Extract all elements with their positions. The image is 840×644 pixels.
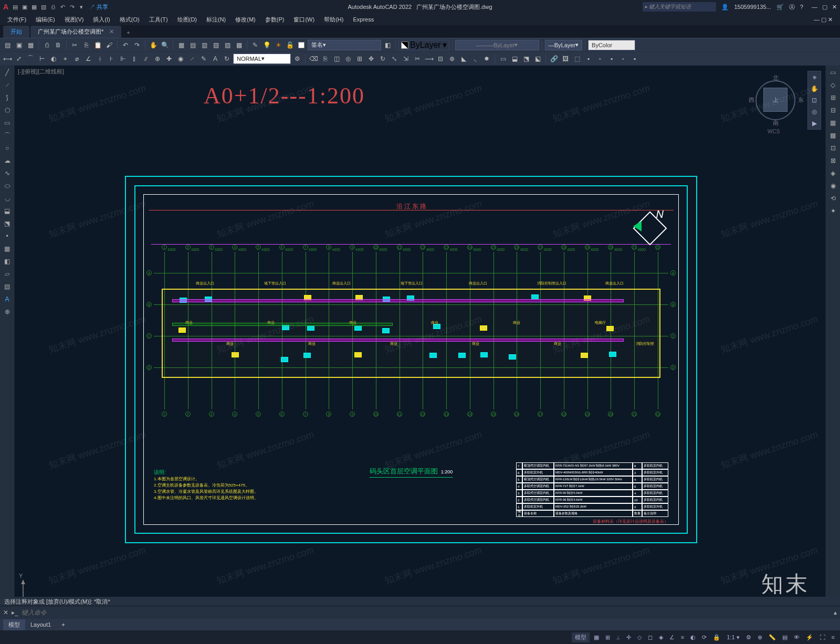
dim-angular-icon[interactable]: ∠ [83, 54, 93, 64]
pline-icon[interactable]: ⟆ [2, 93, 13, 102]
menu-parametric[interactable]: 参数(P) [261, 15, 289, 25]
app-logo[interactable]: A [3, 3, 8, 11]
nav-zoomext-icon[interactable]: ⊡ [812, 97, 817, 104]
tab-start[interactable]: 开始 [3, 26, 29, 38]
status-model[interactable]: 模型 [572, 632, 590, 642]
m9-icon[interactable]: ◈ [827, 168, 839, 178]
mtext-icon[interactable]: A [2, 294, 13, 304]
quickcalc-icon[interactable]: ▩ [234, 40, 244, 50]
m3-icon[interactable]: ⊞ [827, 93, 839, 102]
units-icon[interactable]: 📏 [766, 633, 778, 642]
inspect-icon[interactable]: ◉ [175, 54, 186, 64]
share-button[interactable]: ↗ 共享 [89, 3, 108, 11]
open-dwg-icon[interactable]: ▣ [14, 40, 24, 50]
plot-icon[interactable]: ⎙ [41, 40, 52, 50]
close-icon[interactable]: ✕ [832, 4, 837, 10]
customize-icon[interactable]: ≡ [830, 633, 837, 641]
revcloud-icon[interactable]: ☁ [2, 156, 13, 165]
addsel-icon[interactable]: ⊕ [2, 307, 13, 316]
image-icon[interactable]: 🖼 [560, 54, 571, 64]
dim-edit-icon[interactable]: ✎ [198, 54, 209, 64]
lineweight-combo[interactable]: — ByLayer ▾ [545, 40, 582, 50]
etc4-icon[interactable]: ▫ [618, 54, 628, 64]
cycling-icon[interactable]: ⟳ [700, 633, 709, 642]
toolpalette-icon[interactable]: ▥ [199, 40, 209, 50]
polar-icon[interactable]: ✢ [624, 633, 633, 642]
match-icon[interactable]: 🖌 [104, 40, 114, 50]
etc5-icon[interactable]: ▪ [629, 54, 640, 64]
extend-icon[interactable]: ⟶ [424, 54, 434, 64]
viewport-label[interactable]: [-][俯视][二维线框] [18, 68, 64, 76]
dim-baseline-icon[interactable]: ⊦ [106, 54, 117, 64]
new-dwg-icon[interactable]: ▤ [2, 40, 13, 50]
dim-jog-icon[interactable]: ⌖ [60, 54, 70, 64]
open-icon[interactable]: ▣ [21, 3, 28, 10]
dim-break-icon[interactable]: ⫽ [141, 54, 151, 64]
ortho-icon[interactable]: ⟂ [614, 633, 622, 641]
tab-new-icon[interactable]: + [122, 27, 134, 38]
line-icon[interactable]: ╱ [2, 68, 13, 77]
cart-icon[interactable]: 🛒 [776, 4, 784, 10]
break-icon[interactable]: ⊟ [435, 54, 446, 64]
polygon-icon[interactable]: ⬠ [2, 105, 13, 115]
menu-insert[interactable]: 插入(I) [89, 15, 114, 25]
user-label[interactable]: 1505999135... [734, 4, 771, 10]
m5-icon[interactable]: ▦ [827, 118, 839, 128]
gradient-icon[interactable]: ◧ [2, 257, 13, 266]
viewcube[interactable]: 上 北南 东西 WCS [752, 76, 799, 139]
doc-window-controls[interactable]: — ▢ ✕ [810, 15, 837, 24]
saveas-icon[interactable]: ▧ [40, 3, 47, 10]
array-icon[interactable]: ⊞ [354, 54, 365, 64]
nav-pan-icon[interactable]: ✋ [811, 85, 818, 92]
copy2-icon[interactable]: ⎘ [320, 54, 330, 64]
help-icon[interactable]: ? [800, 4, 803, 10]
m11-icon[interactable]: ⟲ [827, 194, 839, 203]
markup-icon[interactable]: ▨ [222, 40, 233, 50]
m10-icon[interactable]: ◉ [827, 181, 839, 191]
otrack-icon[interactable]: ∠ [667, 633, 677, 642]
fillet-icon[interactable]: ◟ [470, 54, 480, 64]
qat-dropdown-icon[interactable]: ▾ [78, 3, 85, 10]
annoscale-val[interactable]: 1:1 ▾ [724, 633, 741, 642]
quickprops-icon[interactable]: ▤ [780, 633, 790, 642]
dim-tedit-icon[interactable]: A [210, 54, 220, 64]
properties-icon[interactable]: ▦ [176, 40, 186, 50]
dim-space-icon[interactable]: ⫿ [129, 54, 140, 64]
jog-linear-icon[interactable]: ⟋ [187, 54, 197, 64]
cmd-recent-icon[interactable]: ▴ [834, 609, 837, 616]
workspace-icon[interactable]: ⚙ [744, 633, 753, 642]
command-line[interactable]: ✕ ▸_ ▴ [0, 606, 840, 619]
tab-close-icon[interactable]: ✕ [109, 28, 114, 35]
copy-icon[interactable]: ⎘ [81, 40, 91, 50]
xref-icon[interactable]: 🔗 [549, 54, 559, 64]
trim-icon[interactable]: ✂ [412, 54, 423, 64]
layer-freeze-icon[interactable]: ☀ [273, 40, 284, 50]
drawing-canvas[interactable]: [-][俯视][二维线框] A0+1/2---1:200 上 北南 东西 WCS… [15, 66, 825, 620]
menu-view[interactable]: 视图(V) [60, 15, 88, 25]
rotate-icon[interactable]: ↻ [377, 54, 388, 64]
layer-bulb-icon[interactable]: 💡 [261, 40, 272, 50]
dim-continue-icon[interactable]: ⊩ [118, 54, 128, 64]
zoom-icon[interactable]: 🔍 [160, 40, 170, 50]
redo-icon[interactable]: ↷ [68, 3, 76, 10]
menu-help[interactable]: 帮助(H) [320, 15, 348, 25]
menu-file[interactable]: 文件(F) [3, 15, 30, 25]
scale-icon[interactable]: ⤡ [389, 54, 400, 64]
command-input[interactable] [22, 609, 831, 616]
sheetset-icon[interactable]: ▧ [211, 40, 221, 50]
dim-update-icon[interactable]: ↻ [222, 54, 232, 64]
cut-icon[interactable]: ✂ [69, 40, 80, 50]
layer-combo[interactable]: 签名 ▾ [308, 40, 381, 50]
cmd-close-icon[interactable]: ✕ [3, 609, 8, 616]
xline-icon[interactable]: ⟋ [2, 80, 13, 90]
maximize-icon[interactable]: ▢ [822, 4, 827, 10]
nav-showmotion-icon[interactable]: ▶ [812, 120, 817, 127]
save-dwg-icon[interactable]: ▦ [25, 40, 36, 50]
layer-prev-icon[interactable]: ◧ [382, 40, 393, 50]
dim-aligned-icon[interactable]: ⤢ [14, 54, 24, 64]
dim-quick-icon[interactable]: ⟊ [94, 54, 105, 64]
menu-window[interactable]: 窗口(W) [289, 15, 319, 25]
hatch-icon[interactable]: ▦ [2, 244, 13, 254]
menu-express[interactable]: Express [349, 15, 378, 24]
dim-radius-icon[interactable]: ◐ [48, 54, 59, 64]
